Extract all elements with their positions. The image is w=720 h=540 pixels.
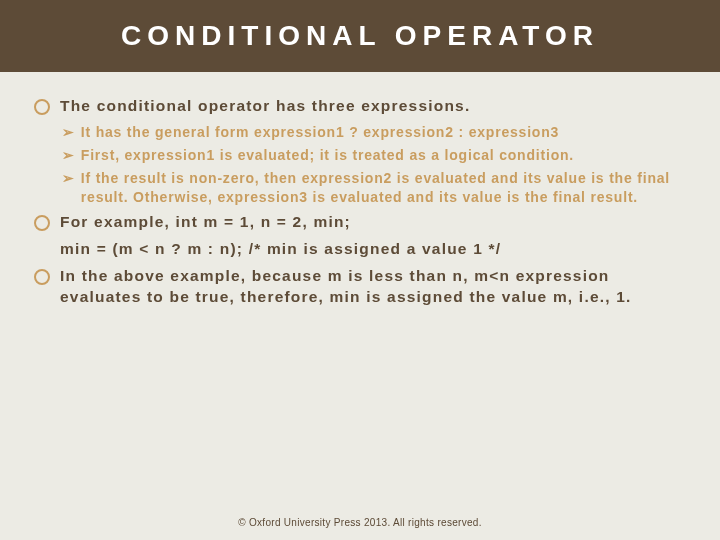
footer-copyright: © Oxford University Press 2013. All righ… — [0, 517, 720, 528]
bullet-sub-0: ➢ It has the general form expression1 ? … — [62, 123, 686, 142]
circle-bullet-icon — [34, 269, 50, 285]
bullet-main-1: For example, int m = 1, n = 2, min; — [34, 212, 686, 233]
bullet-text: In the above example, because m is less … — [60, 266, 686, 308]
bullet-text: It has the general form expression1 ? ex… — [81, 123, 559, 142]
bullet-text: For example, int m = 1, n = 2, min; — [60, 212, 351, 233]
bullet-continuation-1: min = (m < n ? m : n); /* min is assigne… — [60, 239, 686, 260]
bullet-text: The conditional operator has three expre… — [60, 96, 470, 117]
bullet-main-2: In the above example, because m is less … — [34, 266, 686, 308]
bullet-sub-2: ➢ If the result is non-zero, then expres… — [62, 169, 686, 207]
arrow-bullet-icon: ➢ — [62, 146, 75, 165]
bullet-text: First, expression1 is evaluated; it is t… — [81, 146, 574, 165]
arrow-bullet-icon: ➢ — [62, 169, 75, 188]
bullet-main-0: The conditional operator has three expre… — [34, 96, 686, 117]
circle-bullet-icon — [34, 99, 50, 115]
bullet-sub-1: ➢ First, expression1 is evaluated; it is… — [62, 146, 686, 165]
content-area: The conditional operator has three expre… — [0, 72, 720, 308]
circle-bullet-icon — [34, 215, 50, 231]
slide: CONDITIONAL OPERATOR The conditional ope… — [0, 0, 720, 540]
bullet-text: If the result is non-zero, then expressi… — [81, 169, 686, 207]
title-band: CONDITIONAL OPERATOR — [0, 0, 720, 72]
arrow-bullet-icon: ➢ — [62, 123, 75, 142]
slide-title: CONDITIONAL OPERATOR — [121, 20, 599, 52]
